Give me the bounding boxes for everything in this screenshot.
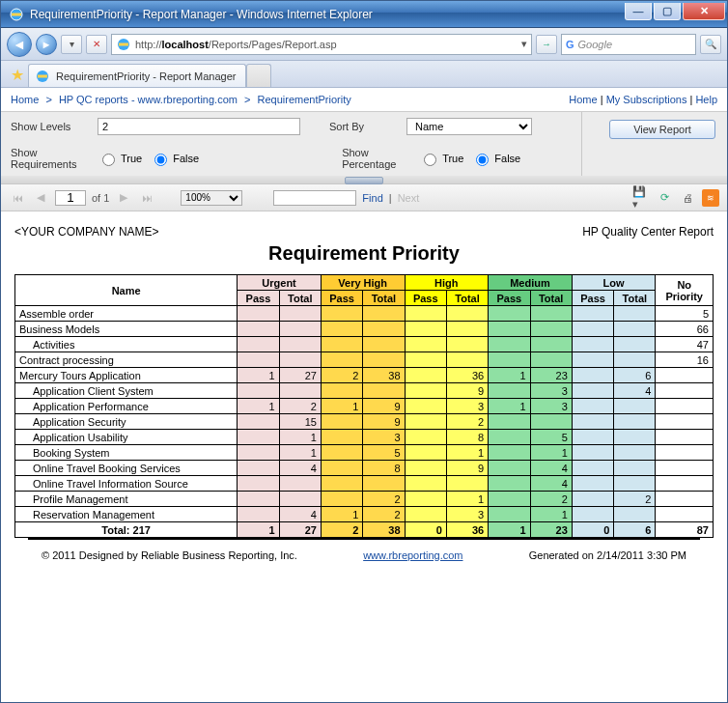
show-pct-true[interactable]: True: [419, 151, 463, 166]
table-row: Reservation Management41231: [15, 507, 714, 522]
last-page-icon[interactable]: ⏭: [138, 189, 155, 207]
table-row: Application Usability1385: [15, 430, 714, 445]
link-help[interactable]: Help: [695, 94, 717, 105]
new-tab-button[interactable]: [246, 64, 271, 87]
col-vhigh: Very High: [321, 275, 405, 291]
close-button[interactable]: ✕: [683, 3, 725, 20]
table-row: Booking System1511: [15, 445, 714, 461]
maximize-button[interactable]: ▢: [654, 3, 681, 20]
viewer-toolbar: ⏮ ◀ of 1 ▶ ⏭ 100% Find | Next 💾▾ ⟳ 🖨 ≋: [1, 184, 727, 211]
row-name: Application Usability: [15, 430, 238, 445]
report-topright: HP Quality Center Report: [582, 225, 714, 239]
row-name: Application Client System: [15, 383, 238, 399]
print-icon[interactable]: 🖨: [679, 189, 696, 207]
google-icon: G: [566, 39, 574, 50]
table-row: Online Travel Booking Services4894: [15, 461, 714, 476]
crumb-home[interactable]: Home: [11, 94, 39, 105]
row-name: Application Security: [15, 414, 238, 430]
feed-icon[interactable]: ≋: [702, 189, 719, 207]
link-home[interactable]: Home: [569, 94, 597, 105]
tabs-bar: ★ RequirementPriority - Report Manager: [1, 61, 727, 88]
report-footer: © 2011 Designed by Reliable Business Rep…: [28, 538, 700, 567]
breadcrumb-left: Home > HP QC reports - www.rbreporting.c…: [11, 94, 351, 105]
breadcrumb-right: Home | My Subscriptions | Help: [569, 94, 717, 105]
col-urgent: Urgent: [238, 275, 322, 291]
table-row: Profile Management2122: [15, 492, 714, 507]
address-url: http://localhost/Reports/Pages/Report.as…: [135, 39, 337, 50]
footer-generated: Generated on 2/14/2011 3:30 PM: [529, 549, 686, 561]
crumb-current[interactable]: RequirementPriority: [258, 94, 351, 105]
table-row: Business Models66: [15, 322, 714, 337]
prev-page-icon[interactable]: ◀: [32, 189, 49, 207]
zoom-select[interactable]: 100%: [181, 190, 242, 206]
page-of-label: of 1: [92, 192, 109, 204]
table-row: Application Client System934: [15, 383, 714, 399]
table-row: Contract processing16: [15, 352, 714, 368]
row-name: Business Models: [15, 322, 238, 337]
table-row: Application Security1592: [15, 414, 714, 430]
col-name: Name: [15, 275, 238, 306]
stop-button[interactable]: ✕: [86, 35, 107, 54]
tab-title: RequirementPriority - Report Manager: [56, 70, 236, 82]
search-placeholder: Google: [578, 39, 612, 50]
row-name: Online Travel Booking Services: [15, 461, 238, 476]
sort-by-label: Sort By: [329, 121, 406, 132]
panel-resize-grip[interactable]: [1, 176, 727, 183]
favorites-icon[interactable]: ★: [7, 64, 28, 85]
address-bar[interactable]: http://localhost/Reports/Pages/Report.as…: [111, 34, 532, 55]
export-icon[interactable]: 💾▾: [632, 189, 650, 207]
row-name: Activities: [15, 337, 238, 352]
browser-navbar: ◄ ► ▾ ✕ http://localhost/Reports/Pages/R…: [1, 28, 727, 61]
col-medium: Medium: [489, 275, 573, 291]
ie-icon: [9, 7, 24, 22]
link-subscriptions[interactable]: My Subscriptions: [606, 94, 687, 105]
first-page-icon[interactable]: ⏮: [9, 189, 26, 207]
forward-button[interactable]: ►: [36, 34, 57, 55]
row-name: Reservation Management: [15, 507, 238, 522]
table-row: Assemble order5: [15, 306, 714, 322]
row-name: Profile Management: [15, 492, 238, 507]
show-req-false[interactable]: False: [150, 151, 199, 166]
table-row: Online Travel Information Source4: [15, 476, 714, 492]
row-name: Application Performance: [15, 399, 238, 414]
sort-by-select[interactable]: Name: [406, 118, 532, 135]
addr-dropdown-icon[interactable]: ▾: [521, 38, 527, 50]
nav-dropdown[interactable]: ▾: [61, 35, 82, 54]
page-number-input[interactable]: [55, 190, 86, 206]
show-pct-label: Show Percentage: [342, 147, 419, 170]
view-report-button[interactable]: View Report: [609, 120, 715, 139]
col-high: High: [405, 275, 489, 291]
report-breadcrumb-bar: Home > HP QC reports - www.rbreporting.c…: [1, 88, 727, 112]
show-levels-input[interactable]: [98, 118, 300, 135]
find-link[interactable]: Find: [362, 192, 382, 204]
priority-table: Name Urgent Very High High Medium Low No…: [14, 274, 714, 538]
active-tab[interactable]: RequirementPriority - Report Manager: [28, 64, 246, 87]
show-pct-false[interactable]: False: [471, 151, 520, 166]
search-box[interactable]: G Google: [561, 34, 696, 55]
search-go[interactable]: 🔍: [700, 35, 721, 54]
footer-link[interactable]: www.rbreporting.com: [363, 549, 462, 561]
window-titlebar: RequirementPriority - Report Manager - W…: [1, 1, 727, 28]
col-nopri: No Priority: [656, 275, 714, 306]
crumb-hpqc[interactable]: HP QC reports - www.rbreporting.com: [59, 94, 238, 105]
next-page-icon[interactable]: ▶: [115, 189, 132, 207]
refresh-icon[interactable]: ⟳: [656, 189, 673, 207]
show-req-true[interactable]: True: [98, 151, 142, 166]
go-button[interactable]: →: [536, 35, 557, 54]
table-row: Activities47: [15, 337, 714, 352]
find-input[interactable]: [273, 190, 356, 206]
company-name: <YOUR COMPANY NAME>: [14, 225, 159, 239]
back-button[interactable]: ◄: [7, 32, 32, 57]
tab-ie-icon: [35, 69, 50, 84]
table-row: Mercury Tours Application127238361236: [15, 368, 714, 383]
minimize-button[interactable]: —: [625, 3, 652, 20]
row-name: Booking System: [15, 445, 238, 461]
total-row: Total: 2171272380361230687: [15, 522, 714, 538]
report-body: <YOUR COMPANY NAME> HP Quality Center Re…: [1, 211, 727, 702]
find-next-link[interactable]: Next: [398, 192, 420, 204]
row-name: Contract processing: [15, 352, 238, 368]
parameters-panel: View Report Show Levels Sort By Name Sho…: [1, 112, 727, 184]
table-row: Application Performance1219313: [15, 399, 714, 414]
show-levels-label: Show Levels: [11, 121, 98, 132]
report-title: Requirement Priority: [14, 242, 714, 265]
